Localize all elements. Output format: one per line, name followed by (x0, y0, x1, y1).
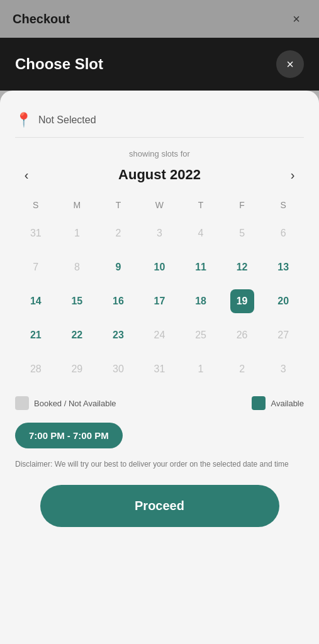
calendar-day-cell: 31 (15, 216, 57, 250)
location-icon: 📍 (15, 112, 32, 128)
calendar-day-cell: 6 (262, 216, 304, 250)
calendar-day-cell[interactable]: 9 (98, 250, 139, 284)
calendar-day-cell: 28 (15, 352, 57, 386)
legend-booked-icon (15, 396, 29, 410)
calendar-nav: ‹ August 2022 › (15, 164, 304, 186)
calendar-day-cell[interactable]: 21 (15, 318, 57, 352)
calendar-day-cell: 2 (98, 216, 139, 250)
calendar-day-cell[interactable]: 18 (180, 284, 221, 318)
calendar-week-row: 14151617181920 (15, 284, 304, 318)
location-row: 📍 Not Selected (15, 103, 304, 138)
calendar-day-cell[interactable]: 11 (180, 250, 221, 284)
prev-month-button[interactable]: ‹ (15, 164, 38, 186)
legend-available: Available (252, 396, 304, 410)
calendar-day-header: F (221, 196, 263, 216)
calendar-day-cell: 1 (57, 216, 98, 250)
calendar-week-row: 78910111213 (15, 250, 304, 284)
proceed-button[interactable]: Proceed (40, 485, 279, 527)
calendar-day-cell: 25 (180, 318, 221, 352)
location-text: Not Selected (38, 114, 96, 126)
calendar-day-cell: 27 (262, 318, 304, 352)
top-bar-close-button[interactable]: × (286, 9, 306, 29)
calendar-day-cell: 29 (57, 352, 98, 386)
calendar-day-header: S (15, 196, 57, 216)
calendar-day-cell: 24 (139, 318, 181, 352)
calendar-day-cell[interactable]: 23 (98, 318, 139, 352)
calendar-day-header: W (139, 196, 181, 216)
calendar-day-cell: 3 (262, 352, 304, 386)
calendar-day-cell[interactable]: 15 (57, 284, 98, 318)
calendar-day-header: M (57, 196, 98, 216)
calendar-day-cell: 31 (139, 352, 181, 386)
main-content: 📍 Not Selected showing slots for ‹ Augus… (0, 91, 319, 644)
next-month-button[interactable]: › (281, 164, 304, 186)
legend-row: Booked / Not Available Available (15, 396, 304, 410)
header: Choose Slot × (0, 38, 319, 91)
legend-available-label: Available (271, 399, 304, 408)
calendar-day-cell: 2 (221, 352, 263, 386)
calendar-day-cell: 7 (15, 250, 57, 284)
calendar-day-cell[interactable]: 19 (221, 284, 263, 318)
disclaimer: Disclaimer: We will try our best to deli… (15, 458, 304, 470)
legend-available-icon (252, 396, 266, 410)
calendar-day-header: S (262, 196, 304, 216)
calendar-day-cell[interactable]: 16 (98, 284, 139, 318)
top-bar-title: Checkout (13, 12, 70, 26)
calendar-week-row: 21222324252627 (15, 318, 304, 352)
top-bar: Checkout × (0, 0, 319, 38)
header-close-button[interactable]: × (276, 50, 304, 78)
calendar-day-cell[interactable]: 10 (139, 250, 181, 284)
calendar-day-cell: 5 (221, 216, 263, 250)
calendar-day-cell: 8 (57, 250, 98, 284)
calendar-week-row: 31123456 (15, 216, 304, 250)
calendar-day-cell: 4 (180, 216, 221, 250)
showing-slots-label: showing slots for (15, 149, 304, 158)
calendar-day-cell[interactable]: 22 (57, 318, 98, 352)
calendar-day-cell: 26 (221, 318, 263, 352)
calendar-day-cell[interactable]: 14 (15, 284, 57, 318)
calendar-day-header: T (180, 196, 221, 216)
calendar-day-header: T (98, 196, 139, 216)
calendar-day-cell[interactable]: 12 (221, 250, 263, 284)
calendar-grid: SMTWTFS 31123456789101112131415161718192… (15, 196, 304, 386)
calendar-day-cell: 30 (98, 352, 139, 386)
calendar-header-row: SMTWTFS (15, 196, 304, 216)
calendar-month-year: August 2022 (118, 167, 201, 183)
calendar-day-cell[interactable]: 17 (139, 284, 181, 318)
calendar-day-cell: 3 (139, 216, 181, 250)
proceed-wrapper: Proceed (15, 485, 304, 527)
calendar-day-cell[interactable]: 20 (262, 284, 304, 318)
calendar-day-cell: 1 (180, 352, 221, 386)
time-slot-button[interactable]: 7:00 PM - 7:00 PM (15, 423, 123, 448)
header-title: Choose Slot (15, 55, 103, 73)
calendar-day-cell[interactable]: 13 (262, 250, 304, 284)
calendar-week-row: 28293031123 (15, 352, 304, 386)
legend-booked: Booked / Not Available (15, 396, 116, 410)
legend-booked-label: Booked / Not Available (34, 399, 116, 408)
